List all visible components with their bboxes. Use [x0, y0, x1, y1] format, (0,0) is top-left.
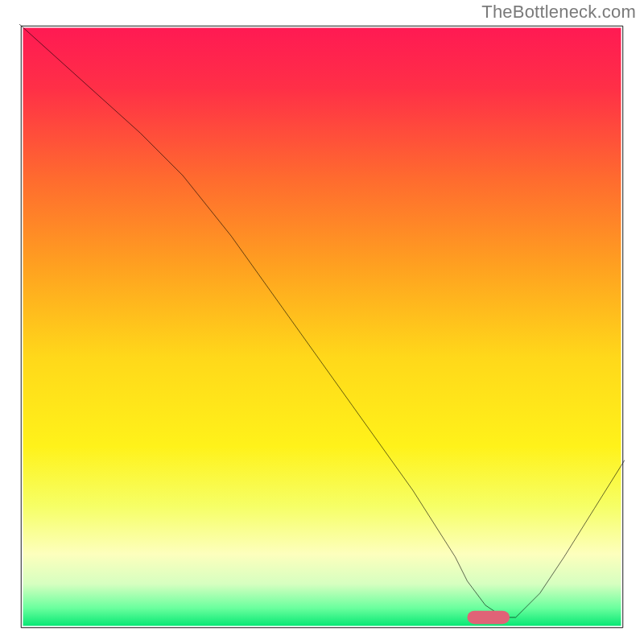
- chart-plot: [19, 24, 625, 630]
- chart-background-gradient: [23, 28, 621, 626]
- chart-svg: [19, 24, 625, 630]
- watermark-text: TheBottleneck.com: [481, 2, 636, 23]
- chart-container: TheBottleneck.com: [0, 0, 644, 644]
- optimum-marker: [467, 611, 510, 625]
